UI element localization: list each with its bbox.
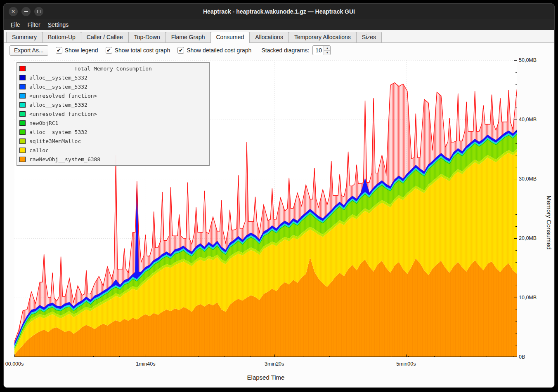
spin-up-button[interactable]: ▲ <box>324 46 330 51</box>
titlebar: ✕ Heaptrack - heaptrack.wakunode.1.gz — … <box>4 4 554 19</box>
tab-top-down[interactable]: Top-Down <box>128 32 166 42</box>
legend-label: <unresolved function> <box>29 93 97 99</box>
checkmark-icon: ✔ <box>106 47 112 54</box>
x-tick-label: 1min40s <box>136 361 155 367</box>
legend-label: alloc__system_5332 <box>29 84 87 90</box>
menu-filter[interactable]: Filter <box>24 19 44 30</box>
legend-label: calloc <box>29 147 49 153</box>
legend-row: alloc__system_5332 <box>17 127 209 136</box>
legend-swatch <box>19 129 26 135</box>
legend-swatch <box>19 93 26 99</box>
minimize-button[interactable] <box>21 7 31 16</box>
tab-allocations[interactable]: Allocations <box>249 32 289 42</box>
legend-label: alloc__system_5332 <box>29 129 87 135</box>
y-tick-label: 20,0MB <box>519 235 537 241</box>
tab-caller-callee[interactable]: Caller / Callee <box>81 32 129 42</box>
x-axis-labels: 00.000s1min40s3min20s5min00s <box>14 361 517 368</box>
menu-settings[interactable]: Settings <box>44 19 73 30</box>
legend-swatch <box>19 111 26 117</box>
spin-down-button[interactable]: ▼ <box>324 51 330 55</box>
x-tick-label: 3min20s <box>265 361 284 367</box>
legend-swatch <box>19 157 26 162</box>
legend-label: alloc__system_5332 <box>29 75 87 81</box>
tab-summary[interactable]: Summary <box>6 32 43 42</box>
legend-row: alloc__system_5332 <box>17 82 209 91</box>
tab-sizes[interactable]: Sizes <box>356 32 382 42</box>
maximize-button[interactable] <box>34 7 43 16</box>
y-axis-title: Memory Consumed <box>546 196 553 250</box>
titlebar-buttons: ✕ <box>9 7 43 16</box>
stacked-diagrams-label: Stacked diagrams: <box>261 47 309 54</box>
legend-title-row: Total Memory Consumption <box>17 64 209 73</box>
menu-file[interactable]: File <box>7 19 24 30</box>
x-axis-title: Elapsed Time <box>14 374 517 381</box>
legend-swatch <box>19 84 26 89</box>
legend-swatch <box>19 75 26 80</box>
legend-swatch <box>19 120 26 126</box>
window-title: Heaptrack - heaptrack.wakunode.1.gz — He… <box>4 8 554 15</box>
tab-bar: SummaryBottom-UpCaller / CalleeTop-DownF… <box>4 30 554 43</box>
minimize-icon <box>24 11 28 12</box>
checkbox-group: ✔Show legend✔Show total cost graph✔Show … <box>56 47 252 54</box>
legend-row: newObjRC1 <box>17 118 209 127</box>
tab-temporary-allocations[interactable]: Temporary Allocations <box>288 32 357 42</box>
legend-label: alloc__system_5332 <box>29 102 87 108</box>
checkbox-show-detailed-cost-graph[interactable]: ✔Show detailed cost graph <box>177 47 251 54</box>
stacked-diagrams-spinbox[interactable]: 10 ▲ ▼ <box>312 45 331 55</box>
checkbox-label: Show detailed cost graph <box>187 47 251 54</box>
legend-title: Total Memory Consumption <box>17 66 209 72</box>
legend-row: rawNewObj__system_6388 <box>17 155 209 164</box>
toolbar: Export As... ✔Show legend✔Show total cos… <box>4 43 554 58</box>
y-tick-label: 30,0MB <box>519 176 537 182</box>
y-tick-label: 40,0MB <box>519 117 537 122</box>
heaptrack-window: ✕ Heaptrack - heaptrack.wakunode.1.gz — … <box>3 3 555 388</box>
spin-buttons: ▲ ▼ <box>324 46 330 55</box>
checkbox-label: Show total cost graph <box>115 47 170 54</box>
checkmark-icon: ✔ <box>177 47 184 54</box>
legend-row: calloc <box>17 146 209 155</box>
legend-label: sqlite3MemMalloc <box>29 138 81 144</box>
y-tick-label: 10,0MB <box>519 295 537 300</box>
stacked-diagrams-value: 10 <box>313 46 324 55</box>
legend-label: <unresolved function> <box>29 111 97 117</box>
export-as-button[interactable]: Export As... <box>9 45 48 56</box>
legend-row: <unresolved function> <box>17 91 209 100</box>
legend-label: rawNewObj__system_6388 <box>29 156 100 162</box>
x-tick-label: 00.000s <box>5 361 24 367</box>
menubar: FileFilterSettings <box>4 19 554 30</box>
checkbox-label: Show legend <box>65 47 98 54</box>
legend-row: <unresolved function> <box>17 109 209 118</box>
tab-flame-graph[interactable]: Flame Graph <box>166 32 211 42</box>
legend-row: sqlite3MemMalloc <box>17 136 209 146</box>
x-tick-label: 5min00s <box>396 361 416 367</box>
legend-row: alloc__system_5332 <box>17 73 209 82</box>
desktop-background: ✕ Heaptrack - heaptrack.wakunode.1.gz — … <box>0 0 558 392</box>
close-button[interactable]: ✕ <box>9 7 18 16</box>
chart-legend: Total Memory Consumption alloc__system_5… <box>17 62 210 166</box>
checkbox-show-legend[interactable]: ✔Show legend <box>56 47 98 54</box>
chart-area: Total Memory Consumption alloc__system_5… <box>4 58 554 387</box>
tab-bottom-up[interactable]: Bottom-Up <box>42 32 81 42</box>
memory-consumption-chart[interactable]: Total Memory Consumption alloc__system_5… <box>14 60 517 357</box>
maximize-icon <box>37 10 40 13</box>
legend-swatch <box>19 102 26 108</box>
legend-row: alloc__system_5332 <box>17 100 209 109</box>
y-tick-label: 50,0MB <box>519 57 537 63</box>
checkbox-show-total-cost-graph[interactable]: ✔Show total cost graph <box>106 47 170 54</box>
legend-label: newObjRC1 <box>29 120 58 126</box>
y-tick-label: 0B <box>519 354 525 360</box>
checkmark-icon: ✔ <box>56 47 62 54</box>
legend-swatch <box>19 148 26 153</box>
legend-swatch <box>19 138 26 144</box>
y-axis-labels: 0B10,0MB20,0MB30,0MB40,0MB50,0MB <box>517 60 540 357</box>
tab-consumed[interactable]: Consumed <box>210 32 250 43</box>
